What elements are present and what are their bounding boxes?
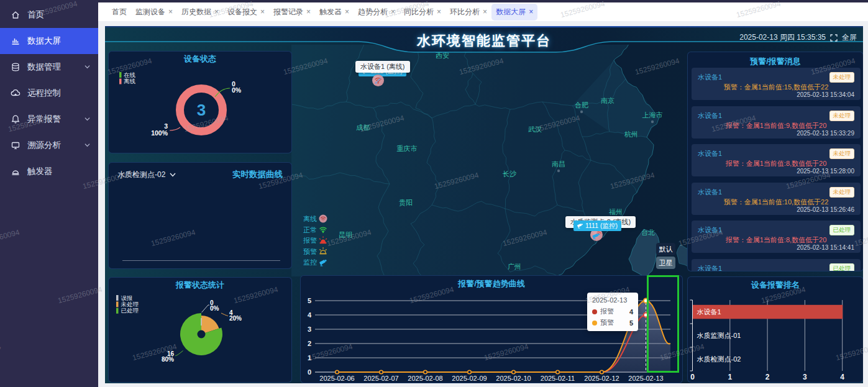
tab-label: 设备报文 [227, 7, 257, 17]
map-legend-label: 正常 [303, 226, 317, 234]
tab-close-icon[interactable]: × [529, 8, 533, 16]
sidebar-item-6[interactable]: 触发器 [0, 158, 98, 184]
chevron-down-icon [170, 173, 176, 177]
alert-message-card[interactable]: 水设备1未处理报警：金属1当前值:8,数值低于202025-02-13 15:2… [692, 144, 861, 176]
realtime-empty-axis [122, 260, 280, 261]
fullscreen-button[interactable]: 全屏 [842, 32, 857, 43]
sidebar-item-label: 异常报警 [27, 114, 61, 125]
tab-close-icon[interactable]: × [437, 8, 441, 16]
map-city-label: 武汉 [528, 125, 542, 133]
tab-close-icon[interactable]: × [168, 8, 173, 16]
sidebar-item-5[interactable]: 溯源分析 [0, 132, 98, 158]
trend-ytick: 1 [308, 354, 311, 362]
camera-icon [577, 223, 583, 229]
realtime-curve-panel: 水质检测点-02 实时数据曲线 [108, 162, 292, 269]
sidebar-item-label: 远程控制 [27, 88, 61, 99]
tab-close-icon[interactable]: × [391, 8, 395, 16]
alert-device-name: 水设备1 [698, 225, 722, 235]
tab-3[interactable]: 设备报文× [223, 4, 269, 20]
ranking-xtick: 0 [690, 373, 695, 381]
chevron-down-icon [85, 116, 90, 122]
fullscreen-icon[interactable] [830, 34, 838, 42]
camera-label[interactable]: 1111 (监控) [573, 221, 621, 231]
tab-1[interactable]: 监测设备× [131, 4, 177, 20]
tab-close-icon[interactable]: × [214, 8, 219, 16]
device-status-panel: 设备状态在线离线300%3100% [108, 51, 292, 153]
alert-device-name: 水设备1 [698, 264, 722, 272]
map-city-label: 台北 [641, 229, 655, 236]
home-icon [11, 10, 21, 20]
trend-title: 报警/预警趋势曲线 [457, 279, 525, 288]
trend-xtick: 2025-02-08 [408, 375, 442, 382]
trend-tooltip: 2025-02-13报警4预警5 [587, 293, 638, 331]
sidebar-item-0[interactable]: 首页 [0, 2, 98, 28]
tab-0[interactable]: 首页 [107, 4, 131, 20]
trend-xtick: 2025-02-07 [363, 375, 398, 382]
trend-tooltip-label: 预警 [600, 318, 614, 327]
dashboard-clock: 2025-02-13 周四 15:35:35 全屏 [739, 32, 857, 43]
alert-message-card[interactable]: 水设备1已处理报警：金属1当前值:8,数值低于202025-02-13 15:1… [692, 221, 861, 253]
alert-message-card[interactable]: 水设备1未处理预警：金属1当前值:10,数值低于222025-02-13 15:… [692, 183, 861, 215]
pie-legend-label: 未处理 [121, 301, 139, 307]
alert-message-card[interactable]: 水设备1未处理预警：金属1当前值:15,数值低于222025-02-13 15:… [692, 68, 861, 100]
wifi-off-icon [374, 76, 382, 84]
ranking-bar-label: 水设备1 [697, 308, 721, 316]
tab-2[interactable]: 历史数据× [177, 4, 223, 20]
donut-legend-label: 离线 [124, 78, 136, 84]
tab-7[interactable]: 同比分析× [400, 4, 445, 20]
tab-label: 触发器 [319, 7, 342, 17]
tab-close-icon[interactable]: × [483, 8, 487, 16]
ranking-title: 设备报警排名 [751, 280, 800, 289]
alert-message-time: 2025-02-13 15:14:41 [797, 244, 854, 251]
alert-status-badge: 未处理 [829, 72, 855, 83]
basemap-button-satellite[interactable]: 卫星 [656, 257, 675, 269]
device-ranking-bar-chart: 设备报警排名01234水设备1水质监测点-01水质检测点-02 [688, 277, 863, 382]
chart-icon [11, 36, 21, 46]
pie-label: 20% [229, 315, 242, 322]
tab-8[interactable]: 环比分析× [445, 4, 491, 20]
alert-message-card[interactable]: 水设备1已处理报警：金属1当前值:8,数值低于202025-02-13 15:1… [692, 259, 861, 272]
map-city-label: 贵阳 [399, 199, 413, 206]
tab-6[interactable]: 趋势分析× [354, 4, 400, 20]
wifi-off-marker[interactable] [372, 75, 384, 86]
trend-xtick: 2025-02-10 [496, 375, 531, 382]
sidebar-item-4[interactable]: 异常报警 [0, 106, 98, 132]
series-dot-icon [592, 309, 597, 314]
alert-messages-panel: 预警/报警消息 水设备1未处理预警：金属1当前值:15,数值低于222025-0… [687, 52, 863, 271]
tab-9[interactable]: 数据大屏× [491, 4, 537, 20]
alert-device-name: 水设备1 [698, 188, 722, 197]
trend-xtick: 2025-02-09 [452, 375, 487, 382]
tab-5[interactable]: 触发器× [315, 4, 354, 20]
alarm-status-pie-chart: 报警状态统计误报未处理已处理00%420%1680% [109, 278, 291, 382]
map-legend-label: 报警 [303, 237, 317, 244]
alert-message-text: 报警：金属1当前值:8,数值低于20 [692, 159, 861, 168]
trend-xtick: 2025-02-06 [319, 375, 354, 382]
trend-tooltip-value: 4 [629, 308, 633, 316]
monitor-point-select[interactable]: 水质检测点-02 [117, 170, 176, 180]
map-city-label: 南昌 [552, 160, 565, 168]
alert-message-card[interactable]: 水设备1未处理报警：金属1当前值:9,数值低于202025-02-13 15:3… [692, 106, 861, 139]
tab-close-icon[interactable]: × [306, 8, 311, 16]
trend-xtick: 2025-02-12 [584, 375, 619, 382]
alert-message-time: 2025-02-13 15:34:04 [797, 91, 854, 98]
alert-device-name: 水设备1 [698, 111, 722, 121]
tab-4[interactable]: 报警记录× [269, 4, 315, 20]
alert-message-time: 2025-02-13 15:33:29 [797, 130, 854, 137]
tab-label: 数据大屏 [496, 7, 526, 17]
sidebar-item-2[interactable]: 数据管理 [0, 54, 98, 80]
highlight-rectangle [647, 275, 679, 373]
sidebar-item-3[interactable]: 远程控制 [0, 80, 98, 106]
tab-label: 同比分析 [404, 7, 434, 17]
map-legend-label: 预警 [303, 248, 317, 255]
ranking-panel: 设备报警排名01234水设备1水质监测点-01水质检测点-02 [687, 276, 863, 383]
tab-close-icon[interactable]: × [260, 8, 265, 16]
tab-close-icon[interactable]: × [345, 8, 349, 16]
ranking-xtick: 2 [765, 373, 770, 381]
sidebar-item-1[interactable]: 数据大屏 [0, 28, 98, 54]
ranking-xtick: 1 [728, 373, 732, 381]
basemap-button-default[interactable]: 默认 [656, 243, 675, 255]
china-map[interactable]: 西安南京合肥上海市武汉杭州成都重庆市南昌长沙贵阳昆明福州台北广州离线正常报警预警… [291, 45, 689, 276]
map-city-label: 长沙 [502, 170, 517, 178]
camera-monitor-icon [592, 230, 601, 239]
alert-message-text: 预警：金属1当前值:10,数值低于22 [692, 198, 861, 207]
